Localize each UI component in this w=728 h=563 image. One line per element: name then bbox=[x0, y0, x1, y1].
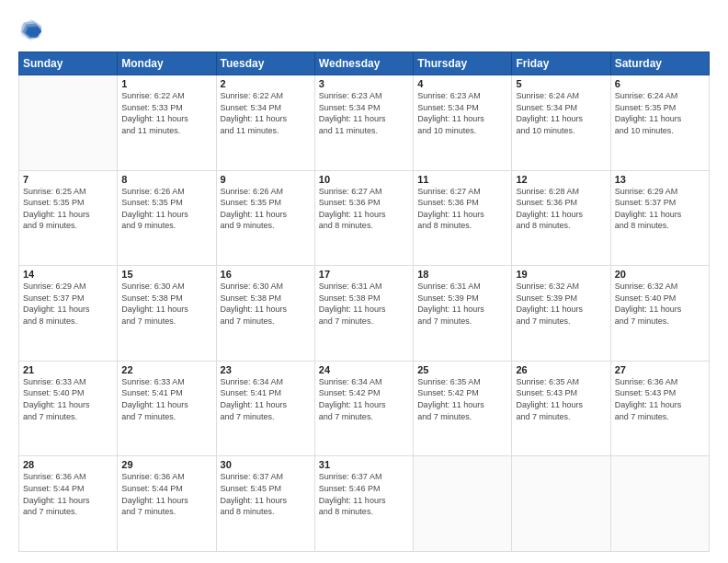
calendar-cell: 13Sunrise: 6:29 AM Sunset: 5:37 PM Dayli… bbox=[610, 170, 709, 266]
calendar-cell: 24Sunrise: 6:34 AM Sunset: 5:42 PM Dayli… bbox=[314, 361, 413, 456]
day-info: Sunrise: 6:34 AM Sunset: 5:41 PM Dayligh… bbox=[221, 376, 311, 422]
calendar-week-row: 1Sunrise: 6:22 AM Sunset: 5:33 PM Daylig… bbox=[19, 75, 710, 171]
day-info: Sunrise: 6:26 AM Sunset: 5:35 PM Dayligh… bbox=[121, 186, 211, 232]
calendar-week-row: 14Sunrise: 6:29 AM Sunset: 5:37 PM Dayli… bbox=[19, 266, 710, 362]
day-info: Sunrise: 6:30 AM Sunset: 5:38 PM Dayligh… bbox=[121, 281, 211, 327]
day-number: 29 bbox=[121, 459, 211, 470]
day-number: 17 bbox=[319, 269, 409, 280]
calendar-cell: 21Sunrise: 6:33 AM Sunset: 5:40 PM Dayli… bbox=[19, 361, 118, 456]
day-number: 21 bbox=[23, 364, 113, 375]
day-number: 31 bbox=[319, 459, 409, 470]
day-info: Sunrise: 6:27 AM Sunset: 5:36 PM Dayligh… bbox=[319, 186, 409, 232]
calendar-cell: 22Sunrise: 6:33 AM Sunset: 5:41 PM Dayli… bbox=[118, 361, 216, 456]
calendar-cell: 27Sunrise: 6:36 AM Sunset: 5:43 PM Dayli… bbox=[610, 361, 709, 456]
calendar-cell: 15Sunrise: 6:30 AM Sunset: 5:38 PM Dayli… bbox=[118, 266, 216, 362]
day-number: 22 bbox=[121, 364, 211, 375]
day-info: Sunrise: 6:32 AM Sunset: 5:40 PM Dayligh… bbox=[615, 281, 705, 327]
calendar-cell: 1Sunrise: 6:22 AM Sunset: 5:33 PM Daylig… bbox=[118, 75, 216, 171]
calendar-cell: 29Sunrise: 6:36 AM Sunset: 5:44 PM Dayli… bbox=[118, 456, 216, 552]
day-info: Sunrise: 6:26 AM Sunset: 5:35 PM Dayligh… bbox=[221, 186, 311, 232]
day-info: Sunrise: 6:31 AM Sunset: 5:38 PM Dayligh… bbox=[319, 281, 409, 327]
day-number: 10 bbox=[319, 174, 409, 185]
logo bbox=[18, 17, 48, 42]
page: SundayMondayTuesdayWednesdayThursdayFrid… bbox=[0, 0, 728, 563]
calendar-cell: 6Sunrise: 6:24 AM Sunset: 5:35 PM Daylig… bbox=[610, 75, 709, 171]
day-number: 16 bbox=[221, 269, 311, 280]
day-number: 8 bbox=[121, 174, 211, 185]
day-number: 12 bbox=[516, 174, 606, 185]
day-info: Sunrise: 6:24 AM Sunset: 5:35 PM Dayligh… bbox=[615, 90, 705, 136]
day-info: Sunrise: 6:22 AM Sunset: 5:34 PM Dayligh… bbox=[221, 90, 311, 136]
calendar-cell: 23Sunrise: 6:34 AM Sunset: 5:41 PM Dayli… bbox=[216, 361, 314, 456]
day-info: Sunrise: 6:23 AM Sunset: 5:34 PM Dayligh… bbox=[417, 90, 507, 136]
calendar-cell: 26Sunrise: 6:35 AM Sunset: 5:43 PM Dayli… bbox=[512, 361, 610, 456]
calendar-cell: 28Sunrise: 6:36 AM Sunset: 5:44 PM Dayli… bbox=[19, 456, 118, 552]
day-info: Sunrise: 6:36 AM Sunset: 5:43 PM Dayligh… bbox=[615, 376, 705, 422]
calendar-cell: 31Sunrise: 6:37 AM Sunset: 5:46 PM Dayli… bbox=[314, 456, 413, 552]
calendar-week-row: 28Sunrise: 6:36 AM Sunset: 5:44 PM Dayli… bbox=[19, 456, 710, 552]
calendar-cell: 18Sunrise: 6:31 AM Sunset: 5:39 PM Dayli… bbox=[414, 266, 512, 362]
weekday-header: Sunday bbox=[19, 52, 118, 75]
day-number: 26 bbox=[516, 364, 606, 375]
calendar-week-row: 21Sunrise: 6:33 AM Sunset: 5:40 PM Dayli… bbox=[19, 361, 710, 456]
day-info: Sunrise: 6:24 AM Sunset: 5:34 PM Dayligh… bbox=[516, 90, 606, 136]
day-number: 24 bbox=[319, 364, 409, 375]
day-number: 13 bbox=[615, 174, 705, 185]
calendar-cell bbox=[414, 456, 512, 552]
day-number: 11 bbox=[417, 174, 507, 185]
calendar-cell: 7Sunrise: 6:25 AM Sunset: 5:35 PM Daylig… bbox=[19, 170, 118, 266]
day-number: 30 bbox=[221, 459, 311, 470]
day-number: 3 bbox=[319, 78, 409, 89]
day-number: 23 bbox=[221, 364, 311, 375]
day-info: Sunrise: 6:37 AM Sunset: 5:46 PM Dayligh… bbox=[319, 471, 409, 517]
day-info: Sunrise: 6:33 AM Sunset: 5:40 PM Dayligh… bbox=[23, 376, 113, 422]
day-info: Sunrise: 6:29 AM Sunset: 5:37 PM Dayligh… bbox=[23, 281, 113, 327]
day-number: 5 bbox=[516, 78, 606, 89]
weekday-header: Thursday bbox=[414, 52, 512, 75]
day-info: Sunrise: 6:25 AM Sunset: 5:35 PM Dayligh… bbox=[23, 186, 113, 232]
day-info: Sunrise: 6:36 AM Sunset: 5:44 PM Dayligh… bbox=[121, 471, 211, 517]
calendar-cell: 10Sunrise: 6:27 AM Sunset: 5:36 PM Dayli… bbox=[314, 170, 413, 266]
weekday-header: Friday bbox=[512, 52, 610, 75]
calendar-cell: 20Sunrise: 6:32 AM Sunset: 5:40 PM Dayli… bbox=[610, 266, 709, 362]
day-info: Sunrise: 6:30 AM Sunset: 5:38 PM Dayligh… bbox=[221, 281, 311, 327]
weekday-header: Wednesday bbox=[314, 52, 413, 75]
day-number: 25 bbox=[417, 364, 507, 375]
calendar-cell bbox=[19, 75, 118, 171]
day-info: Sunrise: 6:28 AM Sunset: 5:36 PM Dayligh… bbox=[516, 186, 606, 232]
calendar-cell: 3Sunrise: 6:23 AM Sunset: 5:34 PM Daylig… bbox=[314, 75, 413, 171]
day-info: Sunrise: 6:36 AM Sunset: 5:44 PM Dayligh… bbox=[23, 471, 113, 517]
day-number: 27 bbox=[615, 364, 705, 375]
calendar-cell bbox=[512, 456, 610, 552]
day-number: 14 bbox=[23, 269, 113, 280]
day-info: Sunrise: 6:35 AM Sunset: 5:43 PM Dayligh… bbox=[516, 376, 606, 422]
calendar-cell: 19Sunrise: 6:32 AM Sunset: 5:39 PM Dayli… bbox=[512, 266, 610, 362]
day-info: Sunrise: 6:34 AM Sunset: 5:42 PM Dayligh… bbox=[319, 376, 409, 422]
day-info: Sunrise: 6:23 AM Sunset: 5:34 PM Dayligh… bbox=[319, 90, 409, 136]
calendar-cell: 8Sunrise: 6:26 AM Sunset: 5:35 PM Daylig… bbox=[118, 170, 216, 266]
calendar-cell: 17Sunrise: 6:31 AM Sunset: 5:38 PM Dayli… bbox=[314, 266, 413, 362]
calendar-cell: 5Sunrise: 6:24 AM Sunset: 5:34 PM Daylig… bbox=[512, 75, 610, 171]
day-number: 7 bbox=[23, 174, 113, 185]
day-info: Sunrise: 6:37 AM Sunset: 5:45 PM Dayligh… bbox=[221, 471, 311, 517]
day-number: 19 bbox=[516, 269, 606, 280]
day-info: Sunrise: 6:31 AM Sunset: 5:39 PM Dayligh… bbox=[417, 281, 507, 327]
day-number: 15 bbox=[121, 269, 211, 280]
day-info: Sunrise: 6:32 AM Sunset: 5:39 PM Dayligh… bbox=[516, 281, 606, 327]
day-info: Sunrise: 6:29 AM Sunset: 5:37 PM Dayligh… bbox=[615, 186, 705, 232]
weekday-header: Monday bbox=[118, 52, 216, 75]
day-number: 4 bbox=[417, 78, 507, 89]
day-info: Sunrise: 6:27 AM Sunset: 5:36 PM Dayligh… bbox=[417, 186, 507, 232]
day-number: 20 bbox=[615, 269, 705, 280]
day-number: 28 bbox=[23, 459, 113, 470]
logo-icon bbox=[18, 17, 44, 42]
day-number: 6 bbox=[615, 78, 705, 89]
day-info: Sunrise: 6:22 AM Sunset: 5:33 PM Dayligh… bbox=[121, 90, 211, 136]
day-number: 9 bbox=[221, 174, 311, 185]
calendar-cell: 11Sunrise: 6:27 AM Sunset: 5:36 PM Dayli… bbox=[414, 170, 512, 266]
day-number: 18 bbox=[417, 269, 507, 280]
calendar-cell: 25Sunrise: 6:35 AM Sunset: 5:42 PM Dayli… bbox=[414, 361, 512, 456]
calendar-cell bbox=[610, 456, 709, 552]
calendar-cell: 30Sunrise: 6:37 AM Sunset: 5:45 PM Dayli… bbox=[216, 456, 314, 552]
day-info: Sunrise: 6:35 AM Sunset: 5:42 PM Dayligh… bbox=[417, 376, 507, 422]
